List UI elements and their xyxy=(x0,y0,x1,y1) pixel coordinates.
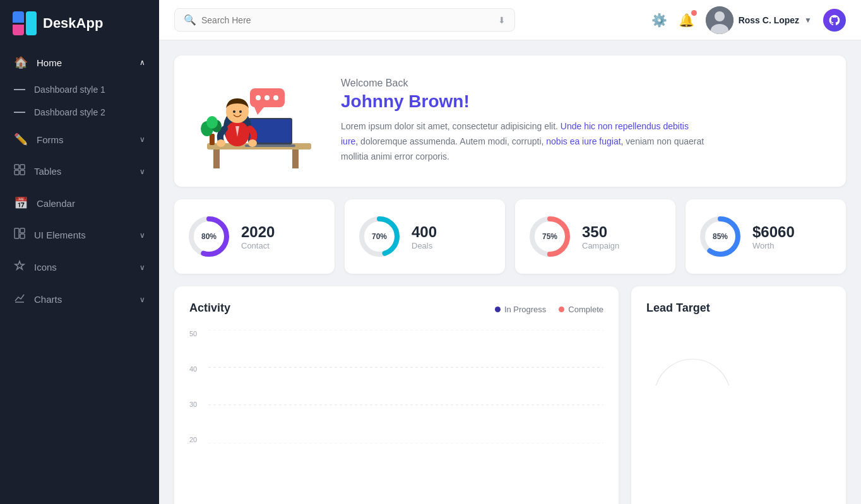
search-icon: 🔍 xyxy=(184,14,196,26)
calendar-icon: 📅 xyxy=(14,196,28,210)
stat-label-worth: Worth xyxy=(752,241,795,250)
legend-in-progress: In Progress xyxy=(495,305,546,314)
stat-label-deals: Deals xyxy=(412,241,437,250)
donut-percent-contact: 80% xyxy=(201,232,217,241)
stat-value-deals: 400 xyxy=(412,223,437,241)
svg-point-28 xyxy=(273,95,278,100)
donut-percent-deals: 70% xyxy=(372,232,387,241)
sidebar-item-dashboard2[interactable]: Dashboard style 2 xyxy=(0,101,159,124)
forms-icon: ✏️ xyxy=(14,132,28,146)
sidebar-item-charts[interactable]: Charts ∨ xyxy=(0,283,159,315)
donut-contact: 80% xyxy=(187,214,231,259)
logo-icon xyxy=(13,11,37,35)
activity-card: Activity In Progress Complete xyxy=(174,286,619,504)
y-label-40: 40 xyxy=(189,365,207,373)
sidebar-item-ui-elements[interactable]: UI Elements ∨ xyxy=(0,219,159,251)
search-box[interactable]: 🔍 ⬇ xyxy=(174,8,515,32)
svg-rect-13 xyxy=(292,149,299,168)
svg-rect-12 xyxy=(213,149,220,168)
bell-icon[interactable]: 🔔 xyxy=(679,13,694,28)
stat-label-contact: Contact xyxy=(241,241,275,250)
user-dropdown-arrow: ▼ xyxy=(804,16,812,25)
stat-card-contact: 80% 2020 Contact xyxy=(174,199,335,274)
sidebar-item-forms[interactable]: ✏️ Forms ∨ xyxy=(0,124,159,155)
svg-point-27 xyxy=(264,95,270,100)
home-icon: 🏠 xyxy=(14,56,28,69)
dash-line xyxy=(14,89,25,90)
tables-arrow: ∨ xyxy=(140,167,145,176)
avatar xyxy=(706,6,733,34)
header: 🔍 ⬇ ⚙️ 🔔 Ros xyxy=(159,0,861,40)
page-content: Welcome Back Johnny Brown! Lorem ipsum d… xyxy=(159,40,861,504)
github-icon[interactable] xyxy=(823,9,846,32)
stat-value-campaign: 350 xyxy=(582,223,619,241)
svg-point-22 xyxy=(239,110,242,113)
chart-legend: In Progress Complete xyxy=(495,305,603,314)
stats-row: 80% 2020 Contact 70% 400 D xyxy=(174,199,846,274)
charts-icon xyxy=(14,292,25,307)
activity-title: Activity xyxy=(189,302,230,315)
stat-card-deals: 70% 400 Deals xyxy=(345,199,505,274)
forms-arrow: ∨ xyxy=(140,135,145,144)
welcome-text: Welcome Back Johnny Brown! Lorem ipsum d… xyxy=(341,78,707,164)
sidebar-item-calendar[interactable]: 📅 Calendar xyxy=(0,187,159,219)
svg-rect-3 xyxy=(20,170,25,175)
search-input[interactable] xyxy=(201,15,493,25)
sidebar: DeskApp 🏠 Home ∧ Dashboard style 1 Dashb… xyxy=(0,0,159,504)
legend-dot-red xyxy=(559,307,564,312)
dash-line2 xyxy=(14,112,25,113)
welcome-body: Lorem ipsum dolor sit amet, consectetur … xyxy=(341,119,707,164)
svg-point-26 xyxy=(256,95,261,100)
y-label-20: 20 xyxy=(189,436,207,443)
icons-arrow: ∨ xyxy=(140,263,145,272)
svg-point-32 xyxy=(206,116,218,129)
tables-icon xyxy=(14,164,25,179)
svg-point-21 xyxy=(233,110,235,113)
home-arrow: ∧ xyxy=(140,58,145,67)
stat-card-campaign: 75% 350 Campaign xyxy=(515,199,675,274)
donut-percent-worth: 85% xyxy=(713,232,728,241)
y-label-50: 50 xyxy=(189,330,207,337)
header-icons: ⚙️ 🔔 Ross C. Lopez ▼ xyxy=(651,6,846,34)
svg-rect-6 xyxy=(20,234,25,238)
sidebar-item-tables[interactable]: Tables ∨ xyxy=(0,155,159,187)
stat-value-contact: 2020 xyxy=(241,223,275,241)
legend-label-in-progress: In Progress xyxy=(504,305,546,314)
legend-complete: Complete xyxy=(559,305,603,314)
svg-rect-0 xyxy=(15,165,19,169)
stat-value-worth: $6060 xyxy=(752,223,795,241)
charts-arrow: ∨ xyxy=(140,295,145,304)
ui-elements-arrow: ∨ xyxy=(140,231,145,240)
icons-icon xyxy=(14,260,25,274)
legend-label-complete: Complete xyxy=(568,305,603,314)
svg-rect-1 xyxy=(20,165,25,169)
svg-point-24 xyxy=(248,139,257,147)
welcome-name: Johnny Brown! xyxy=(341,91,707,112)
sidebar-item-home[interactable]: 🏠 Home ∧ xyxy=(0,47,159,78)
welcome-greeting: Welcome Back xyxy=(341,78,707,89)
sidebar-item-dashboard1[interactable]: Dashboard style 1 xyxy=(0,78,159,101)
sidebar-item-icons[interactable]: Icons ∨ xyxy=(0,251,159,283)
svg-rect-46 xyxy=(739,331,831,413)
bottom-section: Activity In Progress Complete xyxy=(174,286,846,504)
main-content: 🔍 ⬇ ⚙️ 🔔 Ros xyxy=(159,0,861,504)
user-name: Ross C. Lopez xyxy=(739,15,799,25)
welcome-illustration xyxy=(194,71,321,172)
radial-chart xyxy=(646,325,831,438)
lead-target-title: Lead Target xyxy=(646,302,831,315)
ui-elements-icon xyxy=(14,228,25,242)
app-name: DeskApp xyxy=(43,15,103,32)
svg-point-9 xyxy=(715,11,725,21)
svg-rect-29 xyxy=(210,134,215,145)
stat-card-worth: 85% $6060 Worth xyxy=(686,199,846,274)
svg-point-23 xyxy=(217,139,225,147)
download-icon: ⬇ xyxy=(498,15,506,25)
notification-badge xyxy=(691,10,697,16)
user-dropdown[interactable]: Ross C. Lopez ▼ xyxy=(706,6,812,34)
settings-icon[interactable]: ⚙️ xyxy=(651,13,667,28)
stat-label-campaign: Campaign xyxy=(582,241,619,250)
sidebar-logo: DeskApp xyxy=(0,0,159,47)
donut-worth: 85% xyxy=(698,214,742,259)
donut-percent-campaign: 75% xyxy=(542,232,557,241)
donut-deals: 70% xyxy=(357,214,401,259)
